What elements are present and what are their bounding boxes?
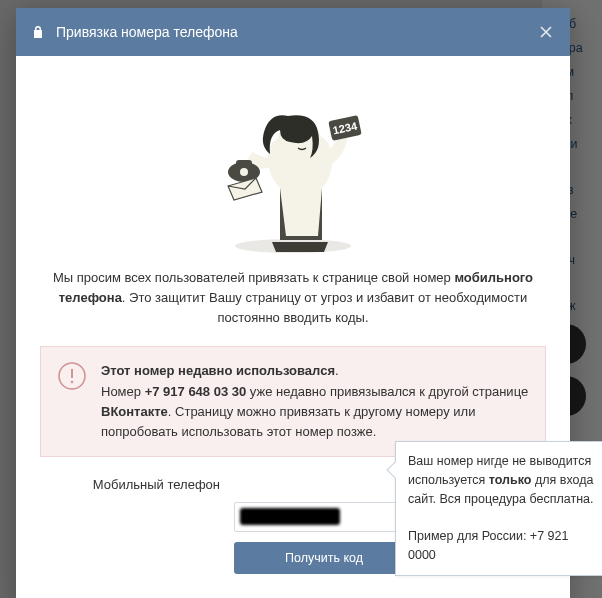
bind-phone-modal: Привязка номера телефона 1234 <box>16 8 570 598</box>
phone-label: Мобильный телефон <box>40 477 234 492</box>
tooltip-text: для входа <box>531 473 593 487</box>
tooltip-example: Пример для России: +7 921 0000 <box>408 529 568 562</box>
svg-point-9 <box>240 168 248 176</box>
warning-text: Этот номер недавно использовался. Номер … <box>101 361 529 442</box>
warn-number: +7 917 648 03 30 <box>145 384 247 399</box>
tooltip-text: сайт. Вся процедура бесплатна. <box>408 492 593 506</box>
svg-point-12 <box>71 381 74 384</box>
intro-prefix: Мы просим всех пользователей привязать к… <box>53 270 454 285</box>
intro-suffix: . Это защитит Вашу страницу от угроз и и… <box>122 290 527 325</box>
svg-point-4 <box>305 137 308 140</box>
modal-header: Привязка номера телефона <box>16 8 570 56</box>
warning-box: Этот номер недавно использовался. Номер … <box>40 346 546 457</box>
warn-brand: ВКонтакте <box>101 404 168 419</box>
warning-icon <box>57 361 87 391</box>
svg-rect-8 <box>236 160 252 166</box>
redacted-value <box>240 508 340 525</box>
phone-hint-tooltip: Ваш номер нигде не выводится используетс… <box>395 441 602 576</box>
tooltip-text: используется <box>408 473 489 487</box>
tooltip-bold: только <box>489 473 532 487</box>
get-code-button[interactable]: Получить код <box>234 542 414 574</box>
modal-title: Привязка номера телефона <box>56 24 538 40</box>
intro-text: Мы просим всех пользователей привязать к… <box>40 268 546 328</box>
svg-point-3 <box>293 139 296 142</box>
close-button[interactable] <box>538 24 554 40</box>
warn-dot: . <box>335 363 339 378</box>
warn-mid: уже недавно привязывался к другой страни… <box>246 384 528 399</box>
warn-prefix: Номер <box>101 384 145 399</box>
lock-icon <box>32 25 44 39</box>
illustration: 1234 <box>40 74 546 254</box>
warn-title: Этот номер недавно использовался <box>101 363 335 378</box>
tooltip-text: Ваш номер нигде не выводится <box>408 454 591 468</box>
